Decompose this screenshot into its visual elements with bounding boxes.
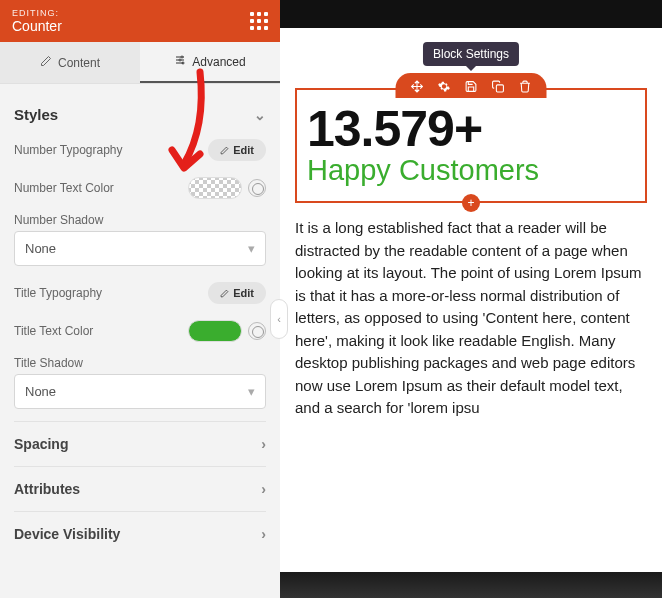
title-color-swatch[interactable] — [188, 320, 242, 342]
counter-block[interactable]: 13.579+ Happy Customers + — [295, 88, 647, 203]
caret-down-icon: ▾ — [248, 241, 255, 256]
attributes-section[interactable]: Attributes › — [14, 466, 266, 511]
tab-advanced[interactable]: Advanced — [140, 42, 280, 83]
number-shadow-select[interactable]: None ▾ — [14, 231, 266, 266]
duplicate-icon[interactable] — [491, 79, 506, 94]
preview-canvas: ‹ Block Settings 13.579+ Happy Customers… — [280, 0, 662, 598]
collapse-handle[interactable]: ‹ — [270, 299, 288, 339]
sidebar: EDITING: Counter Content Advanced Style — [0, 0, 280, 598]
counter-number: 13.579+ — [307, 100, 635, 158]
editing-label: EDITING: — [12, 8, 62, 18]
number-text-color-label: Number Text Color — [14, 181, 114, 195]
block-settings-tooltip: Block Settings — [423, 42, 519, 66]
save-icon[interactable] — [464, 79, 479, 94]
add-block-icon[interactable]: + — [464, 196, 478, 210]
device-visibility-section[interactable]: Device Visibility › — [14, 511, 266, 556]
sliders-icon — [174, 54, 186, 69]
title-shadow-label: Title Shadow — [14, 350, 266, 374]
caret-down-icon: ▾ — [248, 384, 255, 399]
drag-handle-icon[interactable] — [250, 12, 268, 30]
sidebar-header: EDITING: Counter — [0, 0, 280, 42]
chevron-right-icon: › — [261, 526, 266, 542]
preview-top-bar — [280, 0, 662, 28]
spacing-section[interactable]: Spacing › — [14, 421, 266, 466]
block-toolbar — [396, 73, 547, 98]
number-shadow-label: Number Shadow — [14, 207, 266, 231]
color-picker-icon[interactable] — [248, 322, 266, 340]
chevron-right-icon: › — [261, 481, 266, 497]
svg-point-1 — [179, 59, 181, 61]
color-picker-icon[interactable] — [248, 179, 266, 197]
editing-block-name: Counter — [12, 18, 62, 34]
delete-icon[interactable] — [518, 79, 533, 94]
counter-title: Happy Customers — [307, 154, 635, 187]
tab-content[interactable]: Content — [0, 42, 140, 83]
edit-number-typography-button[interactable]: Edit — [208, 139, 266, 161]
svg-point-0 — [181, 56, 183, 58]
pencil-icon — [40, 55, 52, 70]
settings-gear-icon[interactable] — [437, 79, 452, 94]
styles-section-header[interactable]: Styles ⌄ — [14, 98, 266, 131]
chevron-down-icon: ⌄ — [254, 107, 266, 123]
chevron-right-icon: › — [261, 436, 266, 452]
preview-bottom-bar — [280, 572, 662, 598]
number-typography-label: Number Typography — [14, 143, 123, 157]
title-typography-label: Title Typography — [14, 286, 102, 300]
title-shadow-select[interactable]: None ▾ — [14, 374, 266, 409]
title-text-color-label: Title Text Color — [14, 324, 93, 338]
paragraph-text: It is a long established fact that a rea… — [295, 217, 647, 420]
number-color-swatch[interactable] — [188, 177, 242, 199]
move-icon[interactable] — [410, 79, 425, 94]
sidebar-tabs: Content Advanced — [0, 42, 280, 84]
styles-panel: Styles ⌄ Number Typography Edit Number T… — [0, 84, 280, 598]
svg-rect-3 — [496, 85, 503, 92]
edit-title-typography-button[interactable]: Edit — [208, 282, 266, 304]
